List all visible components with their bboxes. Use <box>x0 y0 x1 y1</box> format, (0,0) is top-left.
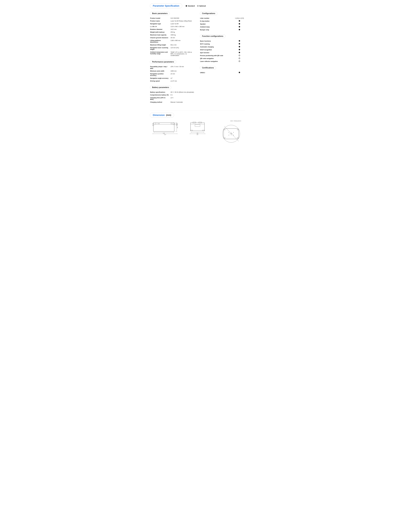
indicator-dot-empty <box>239 55 240 56</box>
table-row: Ambient lamp <box>200 25 245 28</box>
table-row: Chassis ground clearance30 mm <box>150 36 195 39</box>
indicator-dot-filled <box>239 20 240 22</box>
param-label: Weight (with battery) <box>150 31 170 33</box>
indicator-dot-filled <box>239 52 240 53</box>
param-value: Laser SLAM <box>170 22 195 25</box>
configurations-title: Configurations <box>200 12 218 15</box>
param-value: 1180 x 860 mm <box>170 39 195 44</box>
indicator-dot-filled <box>239 40 240 42</box>
indicator-dot-empty <box>239 60 240 62</box>
side-view-svg: 860 892 <box>188 120 207 135</box>
svg-rect-25 <box>193 122 196 123</box>
func-config-dot <box>234 40 245 43</box>
config-label: Bumper strip <box>200 28 234 31</box>
function-configurations-table: Basic functionsWi-Fi roamingAutomatic ch… <box>200 40 245 63</box>
basic-parameters-section: Basic parameters Product modelSJV-SW1500… <box>150 12 195 57</box>
svg-point-6 <box>159 123 159 124</box>
table-row: Charging methodManual / Automatic <box>150 101 195 104</box>
optional-dot <box>197 5 198 7</box>
param-label: Chassis ground clearance <box>150 36 170 39</box>
svg-point-49 <box>233 132 234 133</box>
top-view-svg: ϕ1412（Rotating diameter） <box>217 120 243 143</box>
table-row: Rotation diameter1412 mm <box>150 28 195 31</box>
param-label: Passability (slope / step / gap) <box>150 65 170 70</box>
config-value: 1 (H1)+1 (C2) <box>234 17 245 20</box>
battery-parameters-section: Battery parameters Battery specification… <box>150 86 195 104</box>
dimension-section: Dimension (mm) <box>150 110 245 143</box>
config-label: Lidar number <box>200 17 234 20</box>
svg-point-5 <box>158 123 158 124</box>
func-config-dot <box>234 48 245 51</box>
diagrams-row: 280 245 1180 1210 <box>150 120 245 143</box>
svg-text:ϕ1412（Rotating diameter）: ϕ1412（Rotating diameter） <box>230 121 242 121</box>
svg-rect-27 <box>195 125 200 126</box>
cert-label: UN38.3 <box>200 71 234 74</box>
func-config-label: Spin function <box>200 51 234 54</box>
func-config-label: QR code navigation <box>200 57 234 60</box>
svg-text:860: 860 <box>197 133 198 134</box>
dimension-header: Dimension (mm) <box>150 113 245 117</box>
performance-parameters-table: Passability (slope / step / gap)≤5% / 5 … <box>150 65 195 82</box>
svg-rect-29 <box>202 130 204 131</box>
table-row: Navigation typeLaser SLAM <box>150 22 195 25</box>
table-row: Lifting platform dimensions1180 x 860 mm <box>150 39 195 44</box>
table-row: Minimum aisle width1000 mm <box>150 70 195 72</box>
param-value: 1000 mm <box>170 70 195 72</box>
param-label: Navigation laser scanning height <box>150 46 170 51</box>
battery-parameters-title: Battery parameters <box>150 86 171 89</box>
svg-rect-26 <box>199 122 202 123</box>
indicator-dot-filled <box>239 23 240 24</box>
cert-dot <box>234 71 245 74</box>
function-configurations-title: Function configurations <box>200 34 225 38</box>
func-config-dot <box>234 57 245 60</box>
param-value: ≤1.67 m/s <box>170 80 195 82</box>
param-value: 1412 mm <box>170 28 195 31</box>
svg-point-7 <box>171 123 172 124</box>
legend-standard: Standard <box>186 5 195 7</box>
param-label: Navigation angle accuracy <box>150 77 170 80</box>
param-label: Ambient temperature and humidity range <box>150 51 170 57</box>
table-row: Weight (with battery)250 kg <box>150 31 195 33</box>
dimension-title: Dimension <box>153 114 165 116</box>
optional-label: Optional <box>199 5 206 7</box>
performance-parameters-section: Performance parameters Passability (slop… <box>150 60 195 82</box>
dimension-unit: (mm) <box>166 114 171 116</box>
table-row: Ambient temperature and humidity rangeTE… <box>150 51 195 57</box>
func-config-dot <box>234 54 245 57</box>
param-label: Charging method <box>150 101 170 104</box>
svg-rect-28 <box>191 130 193 131</box>
param-value: 60±1 mm <box>170 44 195 46</box>
table-row: Shelf recognition <box>200 48 245 51</box>
param-value: TEMP: 0℃ to 50℃ / RH: 10% to 90%, no com… <box>170 51 195 57</box>
side-view-diagram: 860 892 <box>182 120 213 135</box>
legend-optional: Optional <box>197 5 206 7</box>
certifications-table: UN38.3 <box>200 71 245 74</box>
param-label: L x W x H <box>150 25 170 28</box>
table-row: Precise positioning with QR code <box>200 54 245 57</box>
indicator-dot-filled <box>239 26 240 27</box>
table-row: Comprehensive battery life6 h <box>150 93 195 96</box>
func-config-label: Laser reflector navigation <box>200 60 234 63</box>
legend: Standard Optional <box>186 5 206 7</box>
param-value: 123 mm (H1) <box>170 46 195 51</box>
right-column: Configurations Lidar number1 (H1)+1 (C2)… <box>200 12 245 107</box>
param-label: Battery specifications <box>150 91 170 93</box>
table-row: Maximum load capacity1500 kg <box>150 33 195 36</box>
performance-parameters-title: Performance parameters <box>150 60 176 64</box>
param-value: 48 V / 40 Ah (lithium iron phosphate) <box>170 91 195 93</box>
func-config-label: Basic functions <box>200 40 234 43</box>
svg-rect-0 <box>153 123 174 132</box>
table-row: Basic functions <box>200 40 245 43</box>
config-dot <box>234 20 245 22</box>
indicator-dot-filled <box>239 72 240 73</box>
func-config-dot <box>234 45 245 48</box>
table-row: Driving speed≤1.67 m/s <box>150 80 195 82</box>
param-spec-title-box: Parameter Specification <box>150 4 182 8</box>
table-row: Maximum lifting height60±1 mm <box>150 44 195 46</box>
table-row: Navigation laser scanning height123 mm (… <box>150 46 195 51</box>
param-label: Charging time (10% to 80%) <box>150 96 170 101</box>
func-config-label: Shelf recognition <box>200 48 234 51</box>
certifications-title: Certifications <box>200 66 216 70</box>
main-content: Basic parameters Product modelSJV-SW1500… <box>150 12 245 107</box>
front-view-svg: 280 245 1180 1210 <box>152 120 178 135</box>
